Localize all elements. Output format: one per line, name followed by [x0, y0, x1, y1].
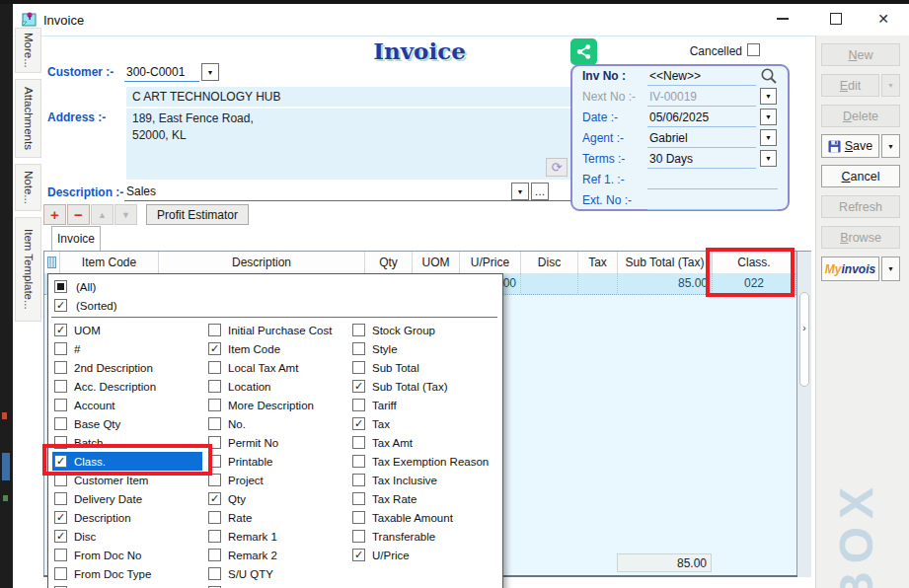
column-chooser-item[interactable]: ✓Tax — [350, 414, 502, 433]
column-chooser-item[interactable]: Remark 2 — [206, 546, 350, 564]
terms-value[interactable]: 30 Days — [649, 152, 693, 166]
column-chooser-item[interactable]: Stock Group — [350, 321, 502, 339]
grid-cell[interactable] — [521, 273, 578, 293]
grid-header-cell[interactable]: Tax — [578, 252, 618, 273]
move-down-button[interactable]: ▼ — [114, 204, 137, 225]
edit-dropdown-button[interactable]: ▼ — [881, 74, 900, 97]
column-chooser-item[interactable]: ✓Sub Total (Tax) — [350, 377, 502, 396]
description-dropdown-button[interactable]: ▼ — [511, 183, 529, 200]
delete-button[interactable]: Delete — [821, 105, 900, 127]
customer-dropdown-button[interactable]: ▼ — [201, 63, 219, 81]
next-no-dropdown-button[interactable]: ▼ — [760, 88, 777, 105]
grid-cell[interactable]: 85.00 — [618, 273, 713, 293]
column-chooser-item[interactable]: ✓UOM — [52, 321, 202, 339]
terms-dropdown-button[interactable]: ▼ — [760, 150, 777, 167]
browse-button[interactable]: Browse — [821, 226, 900, 249]
close-button[interactable]: ✕ — [871, 9, 896, 29]
sidebar-tab-more[interactable]: More... — [15, 28, 41, 73]
sidebar-tab-attachments[interactable]: Attachments — [15, 79, 41, 158]
grid-column-chooser-button[interactable] — [44, 252, 60, 273]
move-up-button[interactable]: ▲ — [91, 204, 114, 225]
grid-cell[interactable]: 022 — [713, 273, 796, 293]
profit-estimator-button[interactable]: Profit Estimator — [146, 204, 249, 225]
inv-no-value[interactable]: <<New>> — [649, 69, 701, 83]
column-chooser-item[interactable]: Acc. Description — [52, 377, 202, 396]
column-chooser-item[interactable]: 2nd Description — [52, 358, 202, 377]
column-chooser-item[interactable]: Tariff — [350, 396, 502, 414]
column-chooser-item[interactable]: From Doc Type — [52, 564, 202, 583]
add-row-button[interactable]: + — [43, 204, 66, 225]
myinvois-dropdown-button[interactable]: ▼ — [881, 257, 900, 281]
chooser-item-sorted[interactable]: ✓ (Sorted) — [54, 296, 117, 315]
ext-no-input-underline[interactable] — [647, 209, 778, 210]
description-more-button[interactable]: … — [531, 183, 549, 200]
column-chooser-item[interactable]: Initial Purchase Cost — [206, 321, 350, 339]
remove-row-button[interactable]: − — [67, 204, 90, 225]
column-chooser-item[interactable]: Transferable — [350, 527, 502, 546]
column-chooser-item[interactable]: From Doc No — [52, 546, 202, 564]
column-chooser-item[interactable]: Tax Rate — [350, 489, 502, 508]
agent-dropdown-button[interactable]: ▼ — [760, 129, 777, 146]
sidebar-tab-item-template[interactable]: Item Template... — [15, 217, 41, 322]
column-chooser-item[interactable]: Project — [206, 471, 350, 489]
grid-header-cell[interactable]: Qty — [365, 252, 413, 273]
tab-invoice[interactable]: Invoice — [51, 226, 101, 251]
share-button[interactable] — [570, 38, 597, 65]
edit-button[interactable]: Edit — [821, 74, 879, 97]
column-chooser-item[interactable]: Printable — [206, 452, 350, 471]
grid-header-cell[interactable]: Sub Total (Tax) — [618, 252, 713, 273]
column-chooser-item[interactable]: Remark 1 — [206, 527, 350, 546]
column-chooser-item[interactable]: More Description — [206, 396, 350, 414]
date-dropdown-button[interactable]: ▼ — [760, 109, 777, 125]
column-chooser-item-clipped[interactable] — [206, 583, 350, 588]
column-chooser-item[interactable]: Rate — [206, 508, 350, 527]
grid-header-cell[interactable]: UOM — [413, 252, 460, 273]
grid-header-cell[interactable]: Description — [159, 252, 365, 273]
column-chooser-item[interactable]: Sub Total — [350, 358, 502, 377]
agent-value[interactable]: Gabriel — [649, 131, 688, 145]
column-chooser-item[interactable]: Local Tax Amt — [206, 358, 350, 377]
column-chooser-item[interactable]: Base Qty — [52, 414, 202, 433]
address-refresh-button[interactable]: ⟳ — [546, 158, 568, 177]
column-chooser-item-clipped[interactable] — [52, 583, 202, 588]
refresh-button[interactable]: Refresh — [821, 195, 900, 218]
minimize-button[interactable] — [770, 9, 795, 29]
chooser-item-all[interactable]: (All) — [54, 277, 96, 296]
column-chooser-item[interactable]: Tax Exemption Reason — [350, 452, 502, 471]
sidebar-tab-note[interactable]: Note... — [15, 164, 41, 211]
ref1-input-underline[interactable] — [647, 188, 778, 189]
grid-cell[interactable] — [578, 273, 618, 293]
grid-header-cell[interactable]: Class. — [713, 252, 796, 273]
grid-header-cell[interactable]: Disc — [521, 252, 578, 273]
column-chooser-item[interactable]: ✓Description — [52, 508, 202, 527]
column-chooser-item[interactable]: ✓Qty — [206, 489, 350, 508]
column-chooser-item[interactable]: Tax Inclusive — [350, 471, 502, 489]
column-chooser-item[interactable]: Batch — [52, 433, 202, 452]
column-chooser-item[interactable]: S/U QTY — [206, 564, 350, 583]
grid-header-cell[interactable]: U/Price — [460, 252, 521, 273]
column-chooser-item[interactable]: No. — [206, 414, 350, 433]
grid-header-cell[interactable]: Item Code — [60, 252, 159, 273]
maximize-button[interactable] — [823, 9, 849, 29]
column-chooser-item[interactable]: ✓Disc — [52, 527, 202, 546]
description-input[interactable]: Sales — [126, 184, 156, 198]
column-chooser-item[interactable]: Account — [52, 396, 202, 414]
column-chooser-item[interactable]: ✓Class. — [52, 452, 202, 471]
column-chooser-item[interactable]: Permit No — [206, 433, 350, 452]
column-chooser-item[interactable]: Location — [206, 377, 350, 396]
column-chooser-item[interactable]: ✓Item Code — [206, 339, 350, 358]
address-box[interactable]: 189, East Fence Road, 52000, KL ⟳ — [126, 109, 570, 180]
column-chooser-item[interactable]: Delivery Date — [52, 489, 202, 508]
column-chooser-item[interactable]: Tax Amt — [350, 433, 502, 452]
column-chooser-item[interactable]: Customer Item — [52, 471, 202, 489]
column-chooser-item[interactable]: ✓U/Price — [350, 546, 502, 564]
column-chooser-item[interactable]: Style — [350, 339, 502, 358]
cancel-button[interactable]: Cancel — [821, 165, 900, 187]
column-chooser-item[interactable]: Taxable Amount — [350, 508, 502, 527]
inv-no-search-icon[interactable] — [760, 67, 778, 85]
save-dropdown-button[interactable]: ▼ — [881, 134, 900, 158]
column-chooser-item[interactable]: # — [52, 339, 202, 358]
date-value[interactable]: 05/06/2025 — [649, 110, 709, 124]
save-button[interactable]: Save — [821, 134, 879, 158]
customer-code-input[interactable]: 300-C0001 — [126, 65, 185, 79]
